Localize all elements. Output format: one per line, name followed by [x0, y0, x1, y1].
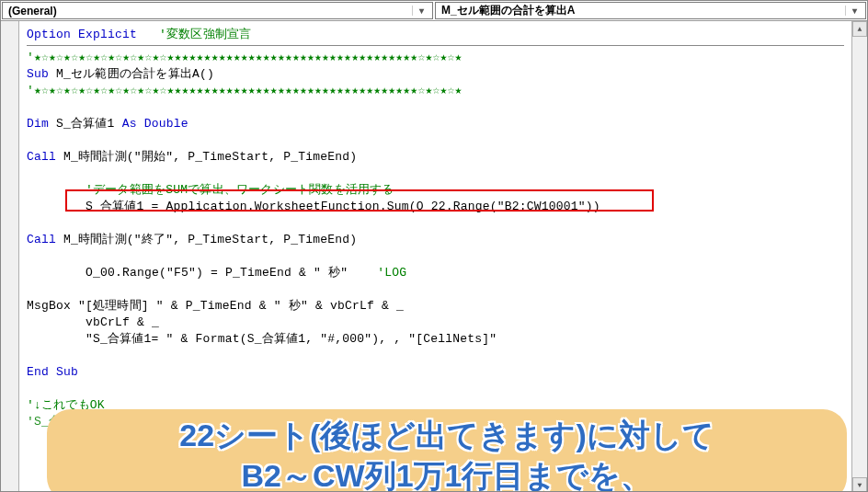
code-line: [27, 381, 844, 397]
code-line: '★☆★☆★☆★☆★☆★☆★☆★☆★☆★★★★★★★★★★★★★★★★★★★★★…: [27, 83, 844, 99]
code-line: [27, 166, 844, 182]
code-line: vbCrLf & _: [27, 315, 844, 331]
scroll-up-button[interactable]: ▲: [852, 21, 867, 37]
code-line: 'データ範囲をSUMで算出、ワークシート関数を活用する: [27, 182, 844, 199]
scroll-down-button[interactable]: ▼: [852, 477, 867, 492]
scroll-track[interactable]: [852, 37, 867, 477]
code-line: Call M_時間計測("開始", P_TimeStart, P_TimeEnd…: [27, 149, 844, 166]
code-line: Dim S_合算値1 As Double: [27, 116, 844, 132]
code-line: [27, 281, 844, 298]
code-line: [27, 215, 844, 232]
code-line: [27, 248, 844, 265]
code-line: [27, 99, 844, 116]
object-dropdown-label: (General): [8, 5, 412, 17]
code-line: "S_合算値1= " & Format(S_合算値1, "#,000"), , …: [27, 331, 844, 348]
code-line: '★☆★☆★☆★☆★☆★☆★☆★☆★☆★★★★★★★★★★★★★★★★★★★★★…: [27, 50, 844, 66]
procedure-dropdown-label: M_セル範囲の合計を算出A: [441, 3, 845, 18]
annotation-line: 22シート(後ほど出てきます)に対して: [179, 415, 714, 455]
annotation-overlay: 22シート(後ほど出てきます)に対して B2～CW列1万1行目までを、: [47, 409, 847, 492]
code-line: End Sub: [27, 364, 844, 381]
procedure-separator: [27, 45, 844, 46]
procedure-dropdown[interactable]: M_セル範囲の合計を算出A ▾: [435, 2, 866, 19]
code-line: [27, 132, 844, 149]
toolbar: (General) ▾ M_セル範囲の合計を算出A ▾: [1, 1, 867, 21]
code-line: Option Explicit '変数区強制宣言: [27, 27, 844, 43]
code-line: MsgBox "[処理時間] " & P_TimeEnd & " 秒" & vb…: [27, 298, 844, 315]
code-pane[interactable]: Option Explicit '変数区強制宣言 '★☆★☆★☆★☆★☆★☆★☆…: [19, 21, 851, 492]
vertical-scrollbar[interactable]: ▲ ▼: [851, 21, 867, 492]
code-line: Call M_時間計測("終了", P_TimeStart, P_TimeEnd…: [27, 232, 844, 248]
chevron-down-icon: ▾: [412, 6, 427, 16]
object-dropdown[interactable]: (General) ▾: [2, 2, 433, 19]
code-line: S_合算値1 = Application.WorksheetFunction.S…: [27, 199, 844, 215]
code-line: [27, 348, 844, 364]
code-line: O_00.Range("F5") = P_TimeEnd & " 秒" 'LOG: [27, 265, 844, 281]
code-line: Sub M_セル範囲の合計を算出A(): [27, 66, 844, 83]
annotation-line: B2～CW列1万1行目までを、: [242, 455, 653, 492]
margin-gutter: [1, 21, 19, 492]
editor-area: Option Explicit '変数区強制宣言 '★☆★☆★☆★☆★☆★☆★☆…: [1, 21, 867, 492]
chevron-down-icon: ▾: [845, 6, 860, 16]
